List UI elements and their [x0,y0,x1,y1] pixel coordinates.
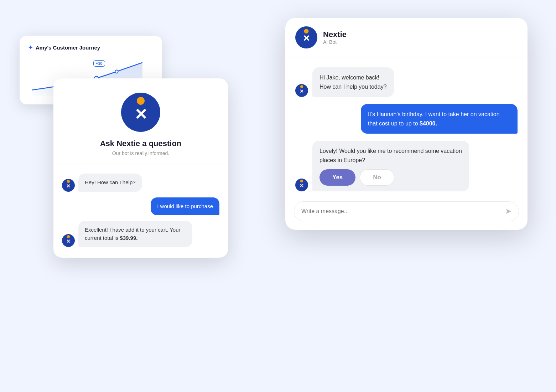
user-text-bold: $4000. [420,120,437,127]
user-bubble: It's Hannah's birthday. I want to take h… [361,104,518,134]
message-row: It's Hannah's birthday. I want to take h… [295,104,518,134]
bot-bubble: Lovely! Would you like me to recommend s… [312,141,469,191]
avatar-x: ✕ [300,88,304,94]
right-panel-bot-name: Nextie [323,30,347,39]
bot-avatar-small: ✕ [62,234,75,247]
left-panel-title: Ask Nextie a question [100,139,182,148]
avatar-x: ✕ [303,33,310,43]
avatar-dot [300,85,303,88]
left-panel-subtitle: Our bot is really informed. [112,150,169,156]
right-panel-bot-subtitle: AI Bot [323,39,347,45]
message-row: ✕ Lovely! Would you like me to recommend… [295,141,518,191]
bot-bubble: Hey! How can I help? [78,174,142,192]
message-row: ✕ Excellent! I have add it to your cart.… [62,221,219,247]
bot-avatar-small: ✕ [295,179,308,191]
avatar-x: ✕ [66,183,71,189]
avatar-x: ✕ [134,105,147,123]
left-chat-panel: ✕ Ask Nextie a question Our bot is reall… [53,78,228,258]
svg-point-3 [115,70,118,73]
bot-bubble: Hi Jake, welcome back! How can I help yo… [312,67,394,97]
bot-avatar-small: ✕ [62,179,75,192]
bubble-bold: $39.99. [120,235,137,241]
chart-badge: +10 [93,60,105,67]
avatar-dot [67,235,70,238]
message-input-bar[interactable]: ➤ [294,201,519,221]
left-chat-messages: ✕ Hey! How can I help? I would like to p… [53,165,228,247]
bot-avatar-right: ✕ [295,26,317,48]
message-row: I would like to purchase [62,197,219,216]
message-row: ✕ Hey! How can I help? [62,174,219,192]
avatar-x: ✕ [300,183,304,189]
send-icon[interactable]: ➤ [505,207,511,216]
avatar-dot [67,180,70,183]
bot-avatar-small: ✕ [295,84,308,97]
right-chat-messages: ✕ Hi Jake, welcome back! How can I help … [285,57,528,198]
spark-icon: ✦ [28,44,33,51]
yes-no-row: Yes No [319,169,462,186]
right-chat-panel: ✕ Nextie AI Bot ✕ Hi Jake, welcome back!… [285,18,528,230]
message-row: ✕ Hi Jake, welcome back! How can I help … [295,67,518,97]
journey-card-title: ✦ Amy's Customer Journey [28,44,154,51]
bot-avatar-large: ✕ [121,93,160,132]
user-bubble: I would like to purchase [151,197,219,216]
avatar-x: ✕ [66,238,71,244]
left-panel-header: ✕ Ask Nextie a question Our bot is reall… [53,78,228,165]
bot-bubble: Excellent! I have add it to your cart. Y… [78,221,192,247]
yes-button[interactable]: Yes [319,169,355,186]
header-info: Nextie AI Bot [323,30,347,45]
message-input[interactable] [301,208,502,215]
avatar-dot [304,29,309,33]
avatar-dot [300,180,303,182]
avatar-dot [137,97,145,105]
no-button[interactable]: No [360,169,394,186]
right-panel-header: ✕ Nextie AI Bot [285,18,528,57]
